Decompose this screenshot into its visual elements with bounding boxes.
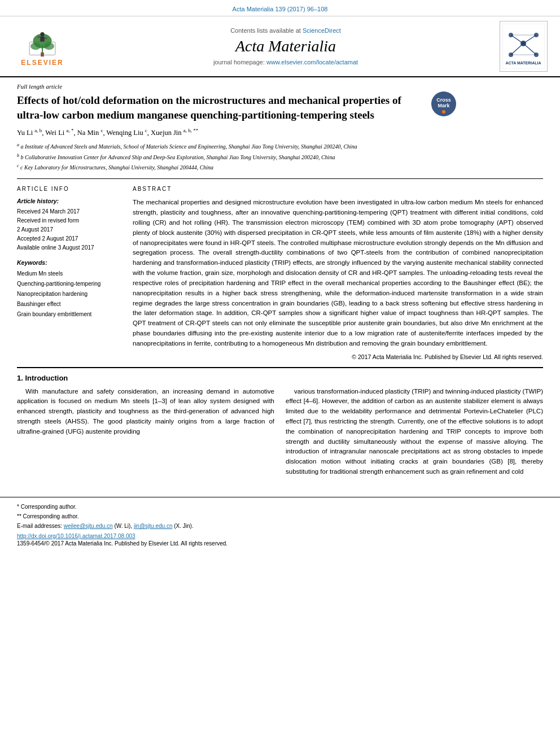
page-footer: * Corresponding author. ** Corresponding… xyxy=(0,497,560,551)
intro-left-col: With manufacture and safety consideratio… xyxy=(17,387,274,477)
journal-title: Acta Materialia xyxy=(85,37,487,55)
section-title: 1. Introduction xyxy=(17,374,543,382)
affiliation-b: b b Collaborative Innovation Center for … xyxy=(17,152,543,161)
keywords-section: Keywords: Medium Mn steels Quenching-par… xyxy=(17,259,121,320)
crossmark-icon: Cross Mark xyxy=(430,90,457,117)
footer-issn: 1359-6454/© 2017 Acta Materialia Inc. Pu… xyxy=(17,540,543,547)
header-content: ELSEVIER Contents lists available at Sci… xyxy=(0,16,560,77)
elsevier-tree-icon xyxy=(23,27,62,58)
svg-point-26 xyxy=(442,110,445,113)
elsevier-brand-text: ELSEVIER xyxy=(21,59,63,67)
article-info-column: ARTICLE INFO Article history: Received 2… xyxy=(17,186,121,360)
affiliations: a a Institute of Advanced Steels and Mat… xyxy=(17,142,543,172)
intro-left-text: With manufacture and safety consideratio… xyxy=(17,387,274,437)
article-info-heading: ARTICLE INFO xyxy=(17,186,121,192)
journal-header: Acta Materialia 139 (2017) 96–108 xyxy=(0,0,560,16)
crossmark-badge: Cross Mark xyxy=(430,90,457,121)
svg-point-3 xyxy=(30,42,41,50)
email2-link[interactable]: jin@sjtu.edu.cn xyxy=(134,523,173,529)
footer-notes: * Corresponding author. ** Corresponding… xyxy=(17,502,543,531)
article-type: Full length article xyxy=(17,83,543,90)
acta-right-logo: ACTA MATERIALIA xyxy=(498,21,549,72)
corresponding-2: ** Corresponding author. xyxy=(17,512,543,521)
svg-point-4 xyxy=(44,42,54,50)
doi-link[interactable]: http://dx.doi.org/10.1016/j.actamat.2017… xyxy=(17,533,543,539)
article-title: Cross Mark Effects of hot/cold deformati… xyxy=(17,93,457,122)
email1-link[interactable]: weilee@sjtu.edu.cn xyxy=(64,523,113,529)
intro-right-col: various transformation-induced plasticit… xyxy=(286,387,543,477)
journal-center: Contents lists available at ScienceDirec… xyxy=(73,27,498,65)
homepage-link[interactable]: www.elsevier.com/locate/actamat xyxy=(266,59,358,65)
sciencedirect-anchor[interactable]: ScienceDirect xyxy=(303,27,341,34)
sciencedirect-link[interactable]: Contents lists available at ScienceDirec… xyxy=(85,27,487,34)
introduction-section: 1. Introduction With manufacture and saf… xyxy=(17,367,543,477)
journal-volume-info: Acta Materialia 139 (2017) 96–108 xyxy=(233,6,328,12)
info-abstract-section: ARTICLE INFO Article history: Received 2… xyxy=(17,178,543,360)
affiliation-c: c c Key Laboratory for Microstructures, … xyxy=(17,163,543,172)
page: Acta Materialia 139 (2017) 96–108 ELSEVI… xyxy=(0,0,560,551)
journal-homepage: journal homepage: www.elsevier.com/locat… xyxy=(85,59,487,65)
acta-logo-icon: ACTA MATERIALIA xyxy=(502,24,545,69)
acta-logo-box: ACTA MATERIALIA xyxy=(500,21,548,72)
svg-rect-5 xyxy=(41,52,44,56)
svg-rect-7 xyxy=(40,36,44,41)
article-history: Article history: Received 24 March 2017 … xyxy=(17,198,121,252)
abstract-text: The mechanical properties and designed m… xyxy=(133,198,543,348)
svg-text:ACTA MATERIALIA: ACTA MATERIALIA xyxy=(505,61,541,65)
svg-point-6 xyxy=(40,32,44,36)
corresponding-1: * Corresponding author. xyxy=(17,502,543,512)
article-body: Full length article Cross Mark Effects o… xyxy=(0,77,560,488)
intro-right-text: various transformation-induced plasticit… xyxy=(286,387,543,477)
affiliation-a: a a Institute of Advanced Steels and Mat… xyxy=(17,142,543,151)
abstract-column: ABSTRACT The mechanical properties and d… xyxy=(133,186,543,360)
svg-text:Cross: Cross xyxy=(436,97,451,103)
email-line: E-mail addresses: weilee@sjtu.edu.cn (W.… xyxy=(17,521,543,531)
authors-line: Yu Li a, b, Wei Li a, *, Na Min c, Wenqi… xyxy=(17,128,543,137)
abstract-heading: ABSTRACT xyxy=(133,186,543,192)
elsevier-logo: ELSEVIER xyxy=(11,27,73,67)
svg-text:Mark: Mark xyxy=(438,103,450,108)
introduction-columns: With manufacture and safety consideratio… xyxy=(17,387,543,477)
copyright-line: © 2017 Acta Materialia Inc. Published by… xyxy=(133,353,543,360)
